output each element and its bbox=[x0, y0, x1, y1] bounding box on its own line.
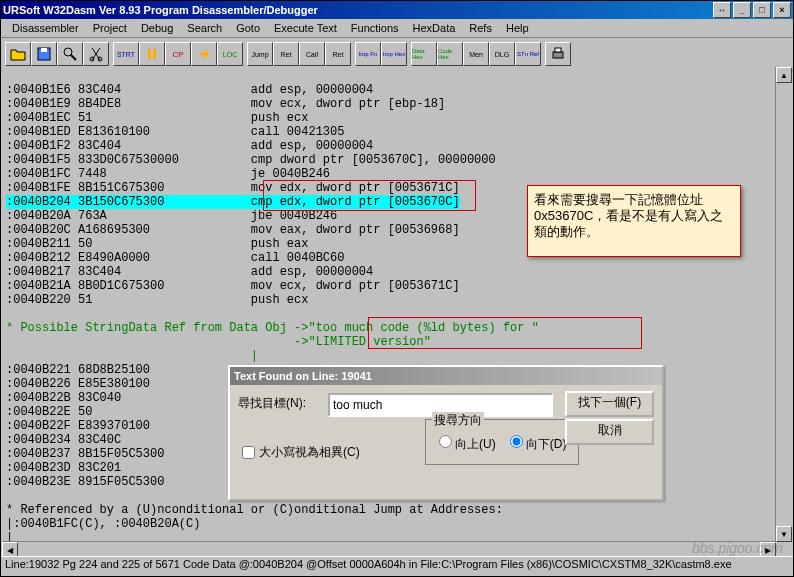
svg-point-4 bbox=[90, 57, 94, 61]
disasm-line: :0040B1E6 83C404 add esp, 00000004 bbox=[6, 83, 373, 97]
disasm-line: :0040B21A 8B0D1C675300 mov ecx, dword pt… bbox=[6, 279, 460, 293]
imp-hex-icon[interactable]: Imp Hex bbox=[381, 42, 407, 66]
menu-project[interactable]: Project bbox=[86, 22, 134, 34]
cancel-button[interactable]: 取消 bbox=[565, 419, 654, 445]
disasm-line: :0040B234 83C40C bbox=[6, 433, 121, 447]
dialog-title: Text Found on Line: 19041 bbox=[230, 367, 662, 385]
disasm-line: :0040B22B 83C040 bbox=[6, 391, 121, 405]
start-icon[interactable]: STRT bbox=[113, 42, 139, 66]
menubar: Disassembler Project Debug Search Goto E… bbox=[1, 19, 793, 38]
find-label: 尋找目標(N): bbox=[238, 395, 306, 412]
data-hex-icon[interactable]: Data Hex bbox=[411, 42, 437, 66]
disasm-line: :0040B1FC 7448 je 0040B246 bbox=[6, 167, 330, 181]
svg-point-2 bbox=[64, 48, 72, 56]
disasm-line: :0040B1E9 8B4DE8 mov ecx, dword ptr [ebp… bbox=[6, 97, 445, 111]
jump-icon[interactable]: Jump bbox=[247, 42, 273, 66]
menu-help[interactable]: Help bbox=[499, 22, 536, 34]
pause-icon[interactable] bbox=[139, 42, 165, 66]
svg-rect-9 bbox=[555, 48, 561, 52]
direction-group: 搜尋方向 向上(U) 向下(D) bbox=[425, 419, 579, 465]
menu-functions[interactable]: Functions bbox=[344, 22, 406, 34]
jump-ref-header: * Referenced by a (U)nconditional or (C)… bbox=[6, 503, 503, 517]
direction-label: 搜尋方向 bbox=[432, 412, 484, 429]
menu-execute-text[interactable]: Execute Text bbox=[267, 22, 344, 34]
disasm-line: :0040B22E 50 bbox=[6, 405, 92, 419]
find-next-button[interactable]: 找下一個(F) bbox=[565, 391, 654, 417]
dlg-icon[interactable]: DLG bbox=[489, 42, 515, 66]
disasm-line: :0040B1ED E813610100 call 00421305 bbox=[6, 125, 344, 139]
imp-fn-icon[interactable]: Imp Fn bbox=[355, 42, 381, 66]
disasm-line: :0040B220 51 push ecx bbox=[6, 293, 308, 307]
disasm-line: :0040B1F2 83C404 add esp, 00000004 bbox=[6, 139, 373, 153]
disasm-line: :0040B1F5 833D0C67530000 cmp dword ptr [… bbox=[6, 153, 496, 167]
men-icon[interactable]: Men bbox=[463, 42, 489, 66]
svg-point-5 bbox=[98, 57, 102, 61]
close-button[interactable]: × bbox=[773, 2, 791, 18]
find-dialog: Text Found on Line: 19041 尋找目標(N): 大小寫視為… bbox=[228, 365, 664, 501]
match-case-checkbox[interactable]: 大小寫視為相異(C) bbox=[238, 443, 360, 462]
radio-down[interactable]: 向下(D) bbox=[505, 437, 567, 451]
cut-icon[interactable] bbox=[83, 42, 109, 66]
print-icon[interactable] bbox=[545, 42, 571, 66]
highlight-box-cmp bbox=[263, 180, 476, 211]
menu-debug[interactable]: Debug bbox=[134, 22, 180, 34]
ret2-icon[interactable]: Ret bbox=[325, 42, 351, 66]
disasm-line: :0040B20C A168695300 mov eax, dword ptr … bbox=[6, 223, 460, 237]
svg-rect-8 bbox=[553, 52, 563, 58]
search-icon[interactable] bbox=[57, 42, 83, 66]
step-icon[interactable] bbox=[191, 42, 217, 66]
svg-rect-6 bbox=[148, 49, 151, 59]
stringdata-pipe: | bbox=[6, 349, 258, 363]
save-icon[interactable] bbox=[31, 42, 57, 66]
menu-search[interactable]: Search bbox=[180, 22, 229, 34]
disasm-line: :0040B221 68D8B25100 bbox=[6, 363, 150, 377]
code-hex-icon[interactable]: Code Hex bbox=[437, 42, 463, 66]
menu-hexdata[interactable]: HexData bbox=[406, 22, 463, 34]
svg-rect-7 bbox=[153, 49, 156, 59]
call-icon[interactable]: Call bbox=[299, 42, 325, 66]
highlight-box-string bbox=[368, 317, 642, 349]
menu-goto[interactable]: Goto bbox=[229, 22, 267, 34]
minimize-button[interactable]: _ bbox=[733, 2, 751, 18]
open-icon[interactable] bbox=[5, 42, 31, 66]
disasm-line: :0040B217 83C404 add esp, 00000004 bbox=[6, 265, 373, 279]
cp-icon[interactable]: CP bbox=[165, 42, 191, 66]
jump-ref-list: |:0040B1FC(C), :0040B20A(C) bbox=[6, 517, 200, 531]
disasm-line: :0040B22F E839370100 bbox=[6, 419, 150, 433]
window-title: URSoft W32Dasm Ver 8.93 Program Disassem… bbox=[3, 4, 318, 16]
svg-line-3 bbox=[71, 55, 76, 60]
ret-icon[interactable]: Ret bbox=[273, 42, 299, 66]
radio-up[interactable]: 向上(U) bbox=[434, 437, 496, 451]
disasm-line: :0040B237 8B15F05C5300 bbox=[6, 447, 164, 461]
arrows-button[interactable]: ↔ bbox=[713, 2, 731, 18]
loc-icon[interactable]: LOC bbox=[217, 42, 243, 66]
stn-ref-icon[interactable]: STn Ref bbox=[515, 42, 541, 66]
scroll-down-icon[interactable]: ▼ bbox=[776, 526, 792, 542]
scroll-up-icon[interactable]: ▲ bbox=[776, 67, 792, 83]
vertical-scrollbar[interactable]: ▲ ▼ bbox=[775, 67, 792, 542]
svg-rect-1 bbox=[41, 48, 47, 52]
disasm-line: :0040B211 50 push eax bbox=[6, 237, 308, 251]
disasm-line: :0040B1EC 51 push ecx bbox=[6, 111, 308, 125]
disasm-line: :0040B23D 83C201 bbox=[6, 461, 121, 475]
menu-refs[interactable]: Refs bbox=[462, 22, 499, 34]
disasm-line: :0040B20A 763A jbe 0040B246 bbox=[6, 209, 337, 223]
match-case-label: 大小寫視為相異(C) bbox=[259, 445, 360, 459]
disasm-line: :0040B226 E85E380100 bbox=[6, 377, 150, 391]
disasm-line: :0040B212 E8490A0000 call 0040BC60 bbox=[6, 251, 344, 265]
maximize-button[interactable]: □ bbox=[753, 2, 771, 18]
status-bar: Line:19032 Pg 224 and 225 of 5671 Code D… bbox=[1, 556, 793, 576]
annotation-note: 看來需要搜尋一下記憶體位址 0x53670C，看是不是有人寫入之類的動作。 bbox=[527, 185, 741, 257]
menu-disassembler[interactable]: Disassembler bbox=[5, 22, 86, 34]
